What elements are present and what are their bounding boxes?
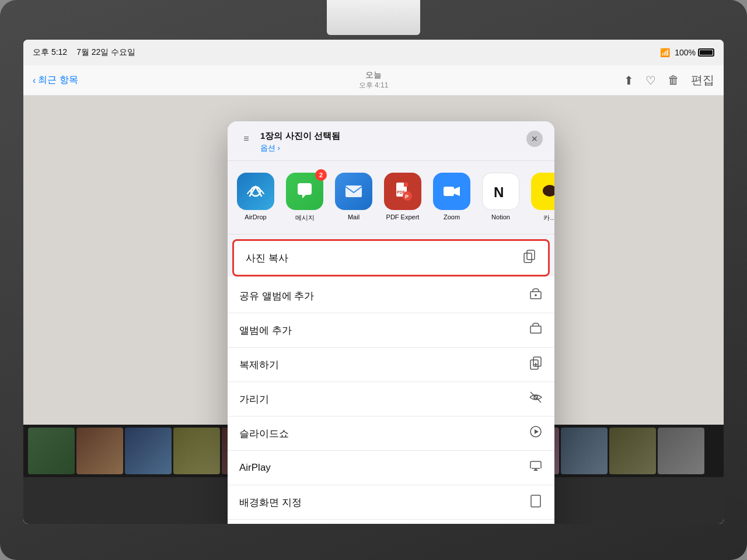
app-item-kakao[interactable]: 카… [531,173,554,222]
airplay-label: AirPlay [239,462,271,474]
add-album-label: 앨범에 추가 [239,324,292,337]
mail-label: Mail [348,214,359,220]
app-item-zoom[interactable]: Zoom [433,173,470,222]
svg-text:P: P [405,194,409,200]
action-add-shared-album[interactable]: 공유 앨범에 추가 [228,279,554,313]
airdrop-icon-wrap [237,173,274,210]
notion-icon: N [482,173,519,210]
app-item-messages[interactable]: 2 메시지 [286,173,323,222]
apple-pencil [327,0,420,35]
hide-icon [529,390,543,408]
svg-point-9 [543,185,554,197]
set-wallpaper-label: 배경화면 지정 [239,496,302,509]
kakao-icon [531,173,554,210]
nav-subtitle: 오후 4:11 [359,80,389,90]
svg-rect-18 [531,495,540,507]
photo-thumb[interactable] [561,428,608,474]
messages-badge: 2 [315,169,327,181]
pdf-icon-wrap: PDF P [384,173,421,210]
slideshow-label: 슬라이드쇼 [239,427,289,440]
add-shared-album-icon [529,287,543,304]
svg-rect-7 [444,187,454,196]
action-icloud-link[interactable]: iCloud 링크 복사 [228,520,554,524]
action-add-album[interactable]: 앨범에 추가 [228,313,554,348]
back-label: 최근 항목 [38,74,78,86]
action-airplay[interactable]: AirPlay [228,451,554,485]
airdrop-icon [237,173,274,210]
set-wallpaper-icon [529,494,543,511]
share-title: 1장의 사진이 선택됨 [260,131,519,142]
pdf-icon: PDF P [384,173,421,210]
nav-center: 오늘 오후 4:11 [359,70,389,90]
svg-rect-11 [524,253,532,262]
add-shared-album-label: 공유 앨범에 추가 [239,289,314,303]
photo-thumb[interactable] [173,428,220,474]
action-list: 사진 복사 공유 앨범에 추가 [228,235,554,524]
zoom-icon [433,173,470,210]
add-album-icon [529,321,543,339]
svg-text:N: N [494,184,504,200]
copy-photo-icon [522,249,536,267]
share-header: ≡ 1장의 사진이 선택됨 옵션 › ✕ [228,121,554,161]
app-item-airdrop[interactable]: AirDrop [237,173,274,222]
nav-bar: ‹ 최근 항목 오늘 오후 4:11 ⬆ ♡ 🗑 편집 [23,65,724,96]
action-duplicate[interactable]: 복제하기 [228,348,554,382]
status-time: 오후 5:12 [33,47,67,58]
battery-percent: 100% [675,48,696,57]
airplay-icon [529,459,543,477]
action-hide[interactable]: 가리기 [228,382,554,416]
share-header-text: 1장의 사진이 선택됨 옵션 › [260,131,519,153]
mail-icon-wrap [335,173,372,210]
slideshow-icon [529,425,543,442]
messages-icon-wrap: 2 [286,173,323,210]
nav-title: 오늘 [359,70,389,80]
share-icon[interactable]: ⬆ [624,74,634,88]
kakao-icon-wrap [531,173,554,210]
svg-rect-3 [404,183,408,187]
kakao-label: 카… [543,214,554,222]
status-date: 7월 22일 수요일 [76,47,135,58]
share-sheet: ≡ 1장의 사진이 선택됨 옵션 › ✕ [228,121,554,524]
ipad-shell: 오후 5:12 7월 22일 수요일 📶 100% ‹ 최근 항목 오늘 [0,0,747,560]
share-subtitle[interactable]: 옵션 › [260,143,519,153]
notion-label: Notion [491,214,510,220]
duplicate-label: 복제하기 [239,358,279,372]
photo-thumb[interactable] [658,428,704,474]
share-header-icon: ≡ [239,132,253,146]
photo-thumb[interactable] [76,428,123,474]
mail-icon [335,173,372,210]
trash-icon[interactable]: 🗑 [668,74,679,87]
copy-photo-label: 사진 복사 [246,251,288,265]
photo-thumb[interactable] [609,428,656,474]
heart-icon[interactable]: ♡ [645,74,656,88]
action-slideshow[interactable]: 슬라이드쇼 [228,416,554,451]
ipad-screen: 오후 5:12 7월 22일 수요일 📶 100% ‹ 최근 항목 오늘 [23,40,724,524]
app-item-mail[interactable]: Mail [335,173,372,222]
duplicate-icon [529,356,543,373]
svg-rect-1 [345,186,362,197]
svg-rect-10 [527,250,535,260]
hide-label: 가리기 [239,393,269,406]
action-copy-photo[interactable]: 사진 복사 [232,239,550,276]
back-button[interactable]: ‹ 최근 항목 [33,74,78,86]
app-row: AirDrop 2 메시지 [228,161,554,235]
nav-right: ⬆ ♡ 🗑 편집 [624,72,714,88]
app-item-notion[interactable]: N Notion [482,173,519,222]
action-set-wallpaper[interactable]: 배경화면 지정 [228,485,554,520]
wifi-icon: 📶 [660,48,670,57]
battery-indicator: 100% [675,48,714,57]
photo-thumb[interactable] [125,428,172,474]
svg-rect-13 [530,326,541,333]
app-item-pdf[interactable]: PDF P PDF Expert [384,173,421,222]
battery-bar [698,48,714,57]
battery-fill [700,50,713,55]
share-close-button[interactable]: ✕ [526,131,543,147]
photo-thumb[interactable] [28,428,75,474]
notion-icon-wrap: N [482,173,519,210]
back-chevron-icon: ‹ [33,75,36,86]
airdrop-label: AirDrop [245,214,266,220]
edit-button[interactable]: 편집 [691,72,714,88]
messages-label: 메시지 [295,214,315,222]
pdf-label: PDF Expert [386,214,420,220]
zoom-label: Zoom [444,214,460,220]
